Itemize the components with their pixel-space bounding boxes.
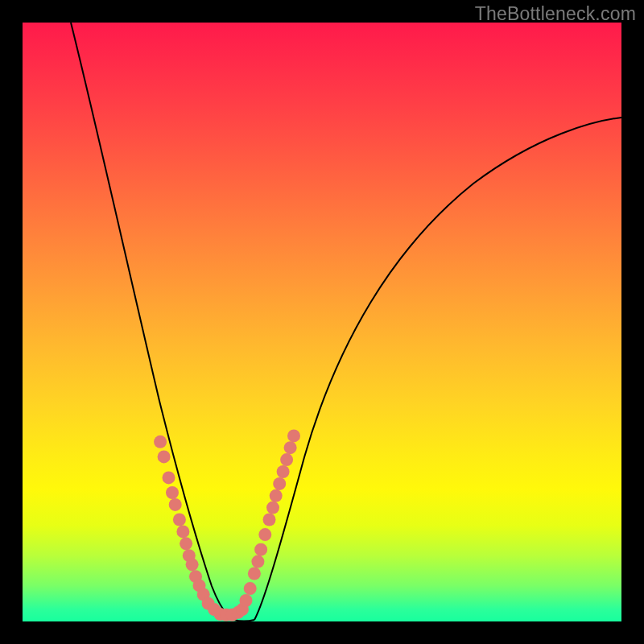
plot-area	[23, 23, 621, 621]
curve-floor	[233, 620, 254, 621]
curve-left-branch	[71, 23, 233, 620]
sample-dot	[287, 429, 300, 442]
sample-dot	[180, 537, 192, 550]
sample-dot	[166, 486, 179, 499]
sample-dot	[266, 502, 279, 514]
sample-dot	[163, 471, 175, 484]
sample-dot	[240, 594, 253, 607]
sample-dot	[186, 558, 199, 571]
sample-dot	[248, 568, 261, 580]
sample-dot	[284, 441, 297, 454]
sample-dot	[169, 498, 182, 511]
sample-dot	[277, 465, 290, 478]
curve-right-branch	[254, 118, 621, 620]
outer-frame: TheBottleneck.com	[0, 0, 644, 644]
watermark-text: TheBottleneck.com	[475, 3, 636, 25]
sample-dot	[270, 489, 283, 502]
bottleneck-curve	[23, 23, 621, 621]
sample-dot	[258, 528, 271, 541]
sample-dot	[173, 514, 186, 526]
sample-dot	[154, 436, 167, 448]
sample-dot	[176, 525, 189, 538]
sample-dot	[158, 450, 171, 463]
sample-dots	[154, 429, 300, 621]
sample-dot	[280, 453, 293, 466]
sample-dot	[273, 477, 286, 490]
sample-dot	[263, 514, 276, 526]
sample-dot	[251, 555, 264, 568]
sample-dot	[244, 582, 257, 595]
sample-dot	[254, 543, 267, 556]
